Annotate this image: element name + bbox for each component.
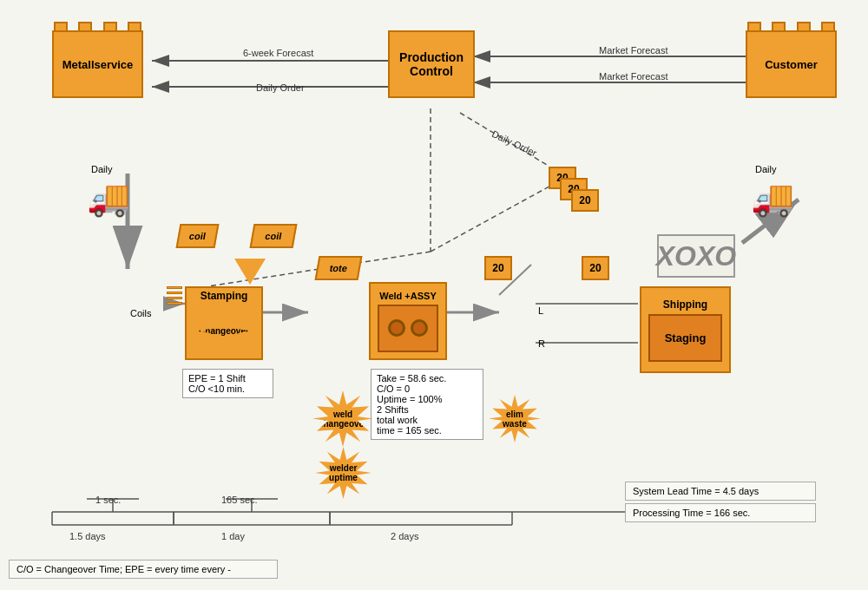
tote-label: tote [329,263,348,273]
inv-20-4-label: 20 [579,194,590,206]
proc1-label: 1 sec. [95,495,121,505]
inv-20-5-label: 20 [589,262,601,274]
system-lead-label: System Lead Time = 4.5 days [633,486,808,496]
days1-label: 1.5 days [69,531,106,541]
stamping-box: Stamping Changeover [185,286,263,360]
shipping-label: Shipping [663,298,707,311]
staging-label: Staging [665,331,707,344]
coils-label: Coils [130,308,151,318]
kaizen-elim-waste: elim waste [489,395,541,442]
left-truck-container: Daily 🚚 [87,161,130,219]
weld-shifts: 2 Shifts [377,404,477,415]
daily-order-left-label: Daily Order [256,82,305,93]
daily-left-label: Daily [91,164,112,174]
daily-order-right-label: Daily Order [490,128,538,158]
forecast-6week-label: 6-week Forecast [243,48,313,58]
changeover-label: Changeover [199,326,249,336]
proc2-label: 165 sec. [221,495,258,505]
shipping-box: Shipping Staging [640,286,731,373]
weld-label: Weld +ASSY [379,291,437,301]
weld-co: C/O = 0 [377,384,477,394]
metallservice-label: Metallservice [62,58,134,71]
stamping-co: C/O <10 min. [188,384,267,394]
left-truck-icon: 🚚 [87,178,130,219]
metallservice-factory: Metallservice [52,30,143,98]
market-forecast2-label: Market Forecast [599,71,667,82]
production-control-label: Production Control [399,50,464,78]
kaizen-elim-label: elim waste [503,410,527,429]
market-forecast1-label: Market Forecast [599,45,667,56]
days3-label: 2 days [391,531,418,541]
push-s-label: S [241,260,251,276]
processing-time-label: Processing Time = 166 sec. [633,508,808,518]
coil-top-label: coil [264,231,282,241]
stamping-label: Stamping [201,290,248,302]
coil-top: coil [250,224,298,248]
inv-20-1: 20 [484,256,512,280]
kaizen-weld-label: weld changeover [319,410,367,429]
xoxo-label: XOXO [656,240,736,272]
weld-assy-box: Weld +ASSY [369,282,447,360]
xoxo-box: XOXO [657,234,735,278]
kaizen-weld-changeover: weld changeover [312,390,373,447]
right-truck-container: Daily 🚚 [751,161,794,219]
weld-machine-icon [378,305,438,352]
inv-20-1-label: 20 [492,262,503,274]
weld-data-box: Take = 58.6 sec. C/O = 0 Uptime = 100% 2… [371,369,483,440]
tote-box: tote [315,256,363,280]
processing-time-box: Processing Time = 166 sec. [625,503,816,522]
coil-left: coil [176,224,220,248]
inv-20-5: 20 [582,256,609,280]
inv-20-4: 20 [571,189,599,212]
weld-uptime: Uptime = 100% [377,394,477,404]
right-truck-icon: 🚚 [751,178,794,219]
legend-label: C/O = Changeover Time; EPE = every time … [16,564,231,574]
kaizen-welder-uptime: welder uptime [315,447,372,499]
customer-label: Customer [765,58,818,71]
production-control-box: Production Control [388,30,475,98]
stamping-epe: EPE = 1 Shift [188,373,267,384]
customer-factory: Customer [746,30,837,98]
stamping-data-box: EPE = 1 Shift C/O <10 min. [182,369,273,398]
r-label: R [538,338,545,349]
l-label: L [538,305,543,316]
staging-inner: Staging [648,314,722,362]
kaizen-uptime-label: welder uptime [329,463,358,482]
daily-right-label: Daily [755,164,776,174]
coil-stack [167,286,182,307]
weld-take: Take = 58.6 sec. [377,373,477,384]
diagram: Metallservice Production Control Custome… [0,0,868,590]
system-lead-box: System Lead Time = 4.5 days [625,482,816,501]
coil-left-label: coil [188,231,207,241]
legend-box: C/O = Changeover Time; EPE = every time … [9,560,278,579]
weld-total-work: total worktime = 165 sec. [377,415,477,436]
changeover-burst: Changeover [196,305,253,357]
days2-label: 1 day [221,531,245,541]
